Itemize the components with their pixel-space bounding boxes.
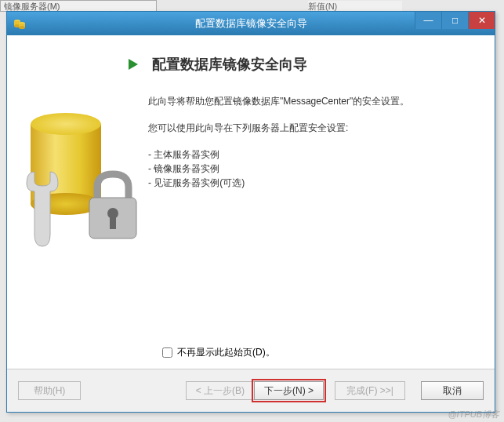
dont-show-label: 不再显示此起始页(D)。: [177, 346, 275, 359]
maximize-button[interactable]: □: [441, 12, 468, 29]
background-window-fragment-left: 镜像服务器(M): [0, 0, 157, 12]
wizard-illustration: [23, 89, 148, 309]
app-icon: [12, 16, 27, 31]
svg-point-5: [19, 26, 25, 29]
close-button[interactable]: ✕: [468, 12, 495, 29]
server-list: - 主体服务器实例 - 镜像服务器实例 - 见证服务器实例(可选): [148, 147, 471, 190]
wizard-footer: 帮助(H) < 上一步(B) 下一步(N) > 完成(F) >>| 取消: [7, 369, 495, 412]
dont-show-checkbox[interactable]: [162, 347, 172, 358]
window-title: 配置数据库镜像安全向导: [195, 16, 307, 31]
server-item: - 镜像服务器实例: [148, 162, 471, 176]
play-arrow-icon: [129, 59, 138, 70]
wrench-icon: [19, 164, 66, 250]
window-controls: — □ ✕: [415, 12, 495, 29]
minimize-button[interactable]: —: [415, 12, 441, 29]
server-item: - 主体服务器实例: [148, 147, 471, 162]
background-window-fragment-right: 新值(N): [308, 1, 402, 12]
next-button[interactable]: 下一步(N) >: [254, 381, 324, 400]
nav-button-group: < 上一步(B) 下一步(N) >: [186, 381, 324, 400]
finish-button: 完成(F) >>|: [335, 381, 405, 400]
wizard-text: 此向导将帮助您配置镜像数据库"MessageCenter"的安全设置。 您可以使…: [148, 89, 471, 309]
page-heading: 配置数据库镜像安全向导: [152, 55, 307, 74]
intro-text-2: 您可以使用此向导在下列服务器上配置安全设置:: [148, 120, 471, 137]
wizard-content: 配置数据库镜像安全向导 此向导将帮: [7, 35, 495, 369]
help-button: 帮助(H): [18, 381, 81, 400]
svg-rect-8: [110, 215, 116, 229]
wizard-dialog: 配置数据库镜像安全向导 — □ ✕ 配置数据库镜像安全向导: [6, 11, 495, 413]
titlebar[interactable]: 配置数据库镜像安全向导 — □ ✕: [7, 12, 495, 35]
cancel-button[interactable]: 取消: [421, 381, 484, 400]
intro-text-1: 此向导将帮助您配置镜像数据库"MessageCenter"的安全设置。: [148, 93, 471, 111]
server-item: - 见证服务器实例(可选): [148, 176, 471, 190]
lock-icon: [82, 168, 144, 246]
dont-show-again-row[interactable]: 不再显示此起始页(D)。: [162, 346, 275, 359]
back-button: < 上一步(B): [186, 381, 255, 400]
